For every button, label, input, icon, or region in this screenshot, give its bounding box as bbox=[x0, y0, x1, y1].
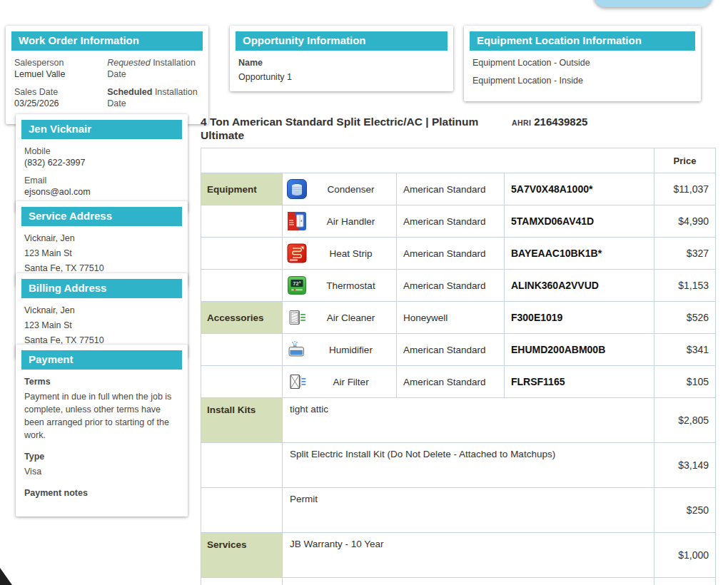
description-cell bbox=[283, 578, 654, 585]
field-label: Mobile bbox=[24, 146, 179, 157]
field-label: Email bbox=[24, 175, 179, 186]
quote-row: ServicesJB Warranty - 10 Year$1,000 bbox=[201, 533, 716, 578]
group-label-cell: Services bbox=[201, 533, 283, 578]
field-label: Requested Installation Date bbox=[107, 57, 200, 80]
group-label-cell bbox=[201, 366, 283, 398]
group-label-cell bbox=[201, 238, 283, 270]
group-label-cell: Equipment bbox=[201, 173, 283, 205]
customer-name-header: Jen Vicknair bbox=[21, 120, 182, 139]
condenser-icon bbox=[287, 179, 307, 199]
type-cell: Air Cleaner bbox=[283, 302, 397, 334]
quote-table-header-row: Price bbox=[201, 148, 716, 173]
quote-table: Price EquipmentCondenserAmerican Standar… bbox=[201, 148, 715, 585]
air-cleaner-icon bbox=[287, 307, 307, 327]
price-cell: $11,037 bbox=[654, 173, 716, 205]
model-cell: F300E1019 bbox=[505, 302, 654, 334]
service-address-header: Service Address bbox=[21, 207, 182, 226]
billing-address-header: Billing Address bbox=[21, 279, 182, 298]
field-value: ejsons@aol.com bbox=[24, 186, 179, 198]
brand-cell: American Standard bbox=[397, 205, 505, 238]
payment-panel: Payment TermsPayment in due in full when… bbox=[16, 345, 188, 517]
group-label-cell bbox=[201, 205, 283, 238]
address-line: Vicknair, Jen bbox=[24, 305, 179, 316]
group-label-cell: Accessories bbox=[201, 302, 283, 334]
payment-section-label: Type bbox=[24, 451, 179, 462]
work-order-field: Scheduled Installation Date bbox=[107, 86, 200, 109]
price-cell: $3,149 bbox=[654, 443, 716, 488]
price-cell: $1,000 bbox=[654, 533, 716, 578]
contact-field: Mobile(832) 622-3997 bbox=[24, 146, 179, 168]
brand-cell: Honeywell bbox=[397, 302, 505, 334]
work-order-page: Work Order Information SalespersonLemuel… bbox=[0, 0, 728, 585]
opportunity-panel: Opportunity Information Name Opportunity… bbox=[230, 26, 453, 91]
work-order-field: Sales Date03/25/2026 bbox=[14, 86, 100, 109]
thermostat-icon: 72° bbox=[287, 275, 307, 295]
quote-title: 4 Ton American Standard Split Electric/A… bbox=[201, 115, 495, 142]
price-column-header: Price bbox=[654, 148, 716, 173]
mouse-cursor bbox=[0, 568, 12, 585]
field-emphasis: Requested bbox=[107, 58, 150, 68]
field-emphasis: Scheduled bbox=[107, 87, 152, 97]
payment-header: Payment bbox=[21, 350, 182, 370]
brand-cell: American Standard bbox=[397, 334, 505, 366]
equipment-location-line: Equipment Location - Outside bbox=[472, 57, 692, 68]
quote-row: Install Kitstight attic$2,805 bbox=[201, 398, 716, 443]
group-label-cell bbox=[201, 488, 283, 533]
air-filter-icon bbox=[287, 372, 307, 392]
type-cell: Humidifier bbox=[283, 334, 397, 366]
quote-row: Heat StripAmerican StandardBAYEAAC10BK1B… bbox=[201, 238, 716, 270]
brand-cell: American Standard bbox=[397, 270, 505, 302]
price-cell: $327 bbox=[654, 238, 716, 270]
type-cell: Air Handler bbox=[283, 205, 397, 238]
work-order-panel: Work Order Information SalespersonLemuel… bbox=[6, 26, 208, 124]
address-line: 123 Main St bbox=[24, 320, 179, 331]
payment-section-label: Terms bbox=[24, 376, 179, 387]
header-empty-cell bbox=[201, 148, 654, 173]
equipment-location-panel: Equipment Location Information Equipment… bbox=[464, 26, 701, 101]
description-cell: Permit bbox=[283, 488, 654, 533]
type-cell: Condenser bbox=[283, 173, 397, 205]
field-label: Salesperson bbox=[14, 57, 100, 68]
quote-row: AccessoriesAir CleanerHoneywellF300E1019… bbox=[201, 302, 716, 334]
opportunity-name-label: Name bbox=[238, 57, 445, 68]
quote-row: HumidifierAmerican StandardEHUMD200ABM00… bbox=[201, 334, 716, 366]
work-order-header: Work Order Information bbox=[11, 31, 203, 51]
type-cell: 72°Thermostat bbox=[283, 270, 397, 302]
price-cell: $341 bbox=[654, 334, 716, 366]
brand-cell: American Standard bbox=[397, 238, 505, 270]
payment-section: TypeVisa bbox=[24, 451, 179, 478]
quote-row: 72°ThermostatAmerican StandardALINK360A2… bbox=[201, 270, 716, 302]
type-label: Air Filter bbox=[307, 377, 396, 387]
contact-field: Emailejsons@aol.com bbox=[24, 175, 179, 198]
address-line: Santa Fe, TX 77510 bbox=[24, 263, 179, 274]
humidifier-icon bbox=[287, 340, 307, 360]
description-cell: JB Warranty - 10 Year bbox=[283, 533, 654, 578]
field-value: 03/25/2026 bbox=[14, 98, 100, 109]
type-label: Air Cleaner bbox=[307, 312, 396, 323]
type-cell: Heat Strip bbox=[283, 238, 397, 270]
opportunity-header: Opportunity Information bbox=[236, 31, 448, 51]
top-right-button[interactable] bbox=[594, 0, 712, 7]
price-cell: $250 bbox=[654, 488, 716, 533]
type-label: Humidifier bbox=[307, 345, 396, 355]
field-value: Lemuel Valle bbox=[14, 68, 100, 80]
model-cell: ALINK360A2VVUD bbox=[505, 270, 654, 302]
quote-row bbox=[201, 578, 716, 585]
opportunity-name-value: Opportunity 1 bbox=[238, 71, 445, 83]
address-line: Vicknair, Jen bbox=[24, 233, 179, 244]
ahri-label: AHRI bbox=[512, 118, 531, 127]
equipment-location-header: Equipment Location Information bbox=[470, 31, 695, 51]
payment-section: TermsPayment in due in full when the job… bbox=[24, 376, 179, 442]
quote-row: Air HandlerAmerican Standard5TAMXD06AV41… bbox=[201, 205, 716, 238]
quote-row: EquipmentCondenserAmerican Standard5A7V0… bbox=[201, 173, 716, 205]
description-cell: tight attic bbox=[283, 398, 654, 443]
model-cell: 5A7V0X48A1000* bbox=[505, 173, 654, 205]
group-label-cell bbox=[201, 334, 283, 366]
field-value: (832) 622-3997 bbox=[24, 157, 179, 168]
price-cell: $2,805 bbox=[654, 398, 716, 443]
payment-section: Payment notes bbox=[24, 487, 179, 499]
field-label: Sales Date bbox=[14, 86, 100, 98]
payment-section-label: Payment notes bbox=[24, 487, 179, 499]
brand-cell: American Standard bbox=[397, 173, 505, 205]
type-label: Heat Strip bbox=[307, 248, 396, 259]
